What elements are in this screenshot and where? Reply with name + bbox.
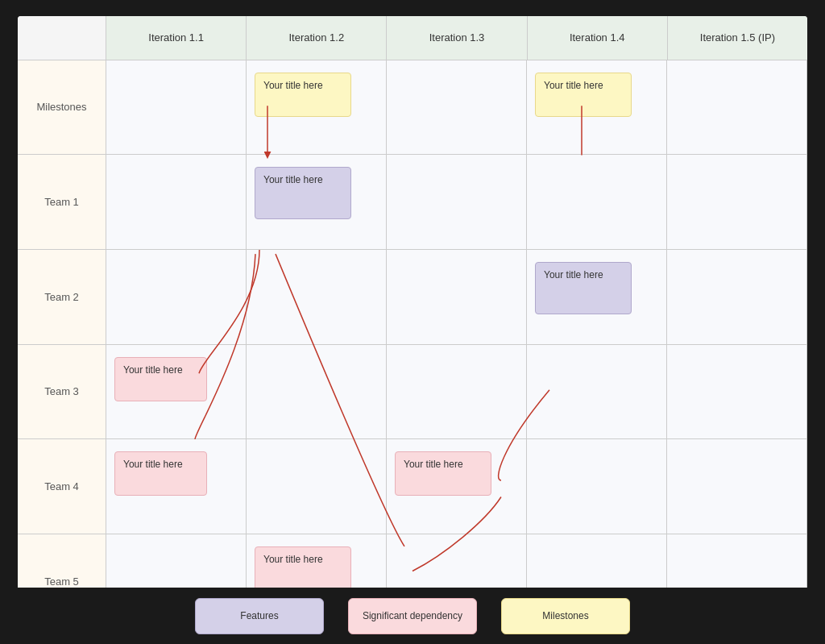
grid-col-4 — [667, 60, 807, 629]
main-container: Iteration 1.1 Iteration 1.2 Iteration 1.… — [18, 16, 807, 629]
cell-3-0: Your title here — [527, 60, 666, 156]
card-team1-col1[interactable]: Your title here — [255, 167, 351, 219]
grid-col-1: Your title here Your title here Your tit… — [247, 60, 387, 629]
cell-3-3 — [527, 345, 666, 440]
legend: Features Significant dependency Mileston… — [0, 588, 825, 644]
cell-1-4 — [247, 439, 386, 534]
row-label-team4: Team 4 — [18, 439, 106, 534]
iteration-header-1: Iteration 1.1 — [106, 16, 247, 60]
iteration-header-5: Iteration 1.5 (IP) — [668, 16, 807, 60]
cell-2-2 — [387, 250, 526, 345]
row-label-header — [18, 16, 106, 60]
cell-1-0: Your title here — [247, 60, 386, 156]
cell-4-0 — [667, 60, 806, 156]
cell-1-2 — [247, 250, 386, 345]
cell-1-3 — [247, 345, 386, 440]
cell-0-1 — [106, 155, 246, 250]
card-team2-col3[interactable]: Your title here — [535, 262, 632, 314]
cell-4-2 — [667, 250, 806, 345]
cell-0-4: Your title here — [106, 439, 246, 534]
row-label-milestones: Milestones — [18, 60, 106, 156]
legend-milestones: Milestones — [501, 598, 630, 634]
cell-4-3 — [667, 345, 806, 440]
cell-0-2 — [106, 250, 246, 345]
card-milestone-col3[interactable]: Your title here — [535, 73, 632, 117]
card-team4-col2[interactable]: Your title here — [395, 451, 491, 496]
grid-col-0: Your title here Your title here — [106, 60, 247, 629]
grid-col-3: Your title here Your title here — [527, 60, 667, 629]
card-milestone-col1[interactable]: Your title here — [255, 73, 351, 117]
iteration-header-2: Iteration 1.2 — [247, 16, 387, 60]
cell-3-2: Your title here — [527, 250, 666, 345]
card-team5-col1[interactable]: Your title here — [255, 546, 351, 591]
cell-4-1 — [667, 155, 806, 250]
cell-2-0 — [387, 60, 526, 156]
row-label-team1: Team 1 — [18, 155, 106, 250]
grid-col-2: Your title here — [387, 60, 527, 629]
cell-0-0 — [106, 60, 246, 156]
row-labels-col: Milestones Team 1 Team 2 Team 3 Team 4 T… — [18, 60, 106, 629]
legend-features: Features — [195, 598, 324, 634]
cell-0-3: Your title here — [106, 345, 246, 440]
row-label-team3: Team 3 — [18, 345, 106, 440]
card-team3-col0[interactable]: Your title here — [114, 357, 207, 401]
grid-body: Milestones Team 1 Team 2 Team 3 Team 4 T… — [18, 60, 807, 629]
iteration-header-3: Iteration 1.3 — [387, 16, 527, 60]
header-row: Iteration 1.1 Iteration 1.2 Iteration 1.… — [18, 16, 807, 60]
iteration-header-4: Iteration 1.4 — [528, 16, 668, 60]
grid-columns: Your title here Your title here Your tit… — [106, 60, 807, 629]
cell-4-4 — [667, 439, 806, 534]
cell-2-4: Your title here — [387, 439, 526, 534]
legend-significant-dependency: Significant dependency — [348, 598, 477, 634]
cell-2-1 — [387, 155, 526, 250]
row-label-team2: Team 2 — [18, 250, 106, 345]
card-team4-col0[interactable]: Your title here — [114, 451, 207, 496]
cell-3-1 — [527, 155, 666, 250]
cell-3-4 — [527, 439, 666, 534]
cell-1-1: Your title here — [247, 155, 386, 250]
cell-2-3 — [387, 345, 526, 440]
